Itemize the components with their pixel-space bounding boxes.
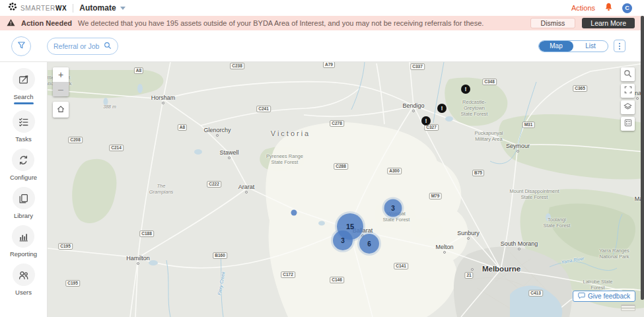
- filter-button[interactable]: [11, 36, 31, 56]
- road-shield: A8: [134, 67, 143, 74]
- road-shield: A300: [387, 168, 402, 174]
- feedback-label: Give feedback: [588, 293, 630, 300]
- asset-marker[interactable]: [291, 210, 297, 216]
- search-input[interactable]: [54, 42, 100, 50]
- map-view-button[interactable]: Map: [539, 41, 573, 52]
- sidebar-item-reporting[interactable]: Reporting: [10, 225, 37, 258]
- brand-name: SMARTERWX: [20, 5, 67, 12]
- town-dot: [467, 237, 470, 240]
- road-shield: C146: [330, 277, 344, 283]
- road-shield: C214: [109, 145, 124, 151]
- sidebar-item-users[interactable]: Users: [13, 264, 35, 296]
- sidebar-item-label: Library: [14, 212, 33, 219]
- home-icon: [56, 104, 65, 116]
- banner-title: Action Needed: [21, 19, 72, 27]
- home-extent-button[interactable]: [53, 102, 69, 118]
- road-shield: C288: [334, 163, 348, 170]
- more-options-button[interactable]: [614, 40, 626, 52]
- map-canvas[interactable]: + – Give feedback HorshamBendigoGlenorch…: [48, 62, 644, 317]
- road-shield: C365: [573, 85, 587, 92]
- alert-pin[interactable]: !: [437, 104, 447, 113]
- sidebar-item-label: Search: [13, 93, 33, 100]
- legend-icon: [624, 119, 632, 129]
- learn-more-button[interactable]: Learn More: [582, 18, 635, 28]
- brand: SMARTERWX: [8, 2, 67, 14]
- road-shield: M31: [522, 122, 535, 128]
- road-shield: C278: [330, 120, 344, 127]
- map-attribution[interactable]: [621, 304, 635, 311]
- asset-cluster-3[interactable]: 3: [384, 199, 402, 217]
- sidebar-item-library[interactable]: Library: [13, 187, 35, 219]
- logo-icon: [8, 2, 17, 14]
- alert-pin[interactable]: !: [461, 85, 470, 94]
- banner-message: We detected that you have 195 assets out…: [78, 19, 483, 27]
- town-dot: [162, 102, 164, 104]
- town-dot: [137, 262, 139, 265]
- fullscreen-icon: [624, 86, 632, 96]
- sidebar-item-configure[interactable]: Configure: [10, 149, 37, 181]
- road-shield: C241: [256, 106, 271, 112]
- sidebar-item-tasks[interactable]: Tasks: [13, 110, 35, 143]
- sidebar-item-search[interactable]: Search: [13, 68, 35, 104]
- actions-link[interactable]: Actions: [571, 4, 595, 12]
- sidebar-item-label: Tasks: [15, 135, 31, 143]
- road-shield: C222: [207, 181, 221, 188]
- road-shield: C238: [230, 63, 244, 69]
- town-dot: [412, 110, 415, 112]
- town-dot: [245, 191, 248, 194]
- road-shield: M79: [429, 193, 442, 199]
- warning-icon: [7, 17, 15, 29]
- map-tools: [621, 67, 635, 131]
- asset-cluster-3[interactable]: 3: [333, 230, 353, 250]
- basemap-art: [48, 62, 644, 317]
- town-dot: [636, 97, 639, 100]
- sidebar-item-label: Reporting: [10, 250, 37, 258]
- referral-search-field[interactable]: [47, 38, 118, 55]
- dismiss-button[interactable]: Dismiss: [530, 18, 576, 28]
- avatar[interactable]: C: [622, 3, 632, 13]
- caret-down-icon[interactable]: [120, 7, 125, 10]
- road-shield: B75: [472, 170, 484, 176]
- warning-banner: Action Needed We detected that you have …: [0, 16, 644, 30]
- road-shield: A8: [178, 124, 187, 131]
- road-shield: C195: [58, 243, 73, 250]
- road-shield: C195: [65, 280, 80, 287]
- road-shield: C337: [410, 63, 425, 70]
- divider: [73, 4, 73, 13]
- road-shield: C413: [528, 290, 543, 297]
- users-icon: [13, 264, 35, 286]
- road-shield: C188: [139, 230, 154, 237]
- reporting-icon: [12, 225, 34, 248]
- tasks-icon: [13, 110, 35, 133]
- library-icon: [13, 187, 35, 209]
- road-shield: C141: [394, 263, 408, 269]
- town-dot: [471, 268, 474, 271]
- give-feedback-button[interactable]: Give feedback: [573, 291, 635, 302]
- sidebar-nav: SearchTasksConfigureLibraryReportingUser…: [0, 62, 48, 317]
- zoom-in-button[interactable]: +: [53, 67, 69, 82]
- town-dot: [228, 157, 231, 159]
- road-shield: 21: [464, 272, 473, 279]
- top-bar: SMARTERWX Automate Actions C: [0, 0, 644, 16]
- page-scrollbar[interactable]: [641, 16, 644, 300]
- toolbar: Map List: [0, 30, 644, 62]
- zoom-control: + –: [53, 67, 69, 96]
- sidebar-item-label: Configure: [10, 174, 37, 181]
- zoom-out-button[interactable]: –: [53, 82, 69, 96]
- search-map-button[interactable]: [621, 67, 635, 81]
- legend-map-button[interactable]: [621, 117, 635, 131]
- configure-icon: [12, 149, 34, 171]
- town-dot: [517, 150, 519, 153]
- basemap-map-button[interactable]: [621, 100, 635, 114]
- basemap-icon: [624, 102, 632, 113]
- product-switcher-label[interactable]: Automate: [79, 3, 116, 13]
- sidebar-item-label: Users: [15, 289, 32, 296]
- asset-cluster-6[interactable]: 6: [359, 234, 379, 254]
- alert-pin[interactable]: !: [421, 116, 431, 125]
- search-icon: [624, 69, 632, 80]
- list-view-button[interactable]: List: [573, 41, 608, 52]
- search-icon[interactable]: [104, 40, 112, 52]
- kebab-menu-icon: [619, 43, 620, 44]
- bell-icon[interactable]: [604, 2, 613, 14]
- fullscreen-map-button[interactable]: [621, 84, 635, 98]
